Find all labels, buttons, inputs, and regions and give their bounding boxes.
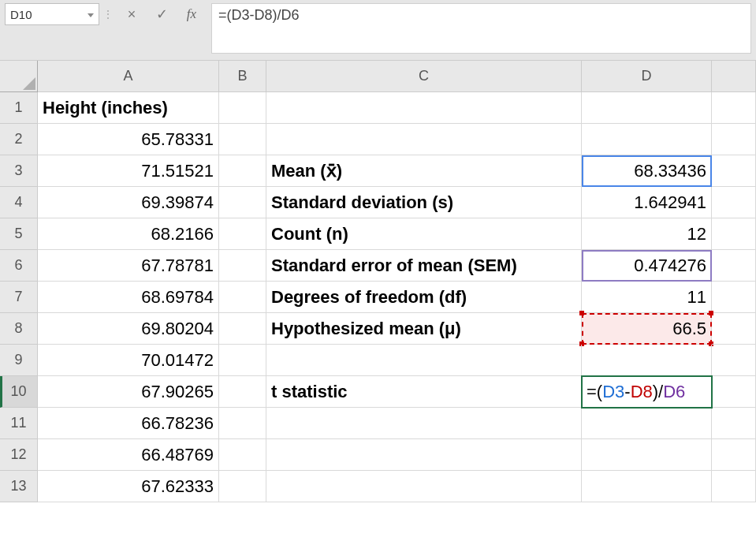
- cell-b7[interactable]: [219, 282, 266, 313]
- spreadsheet-grid: A B C D 1 Height (inches) 2 65.78331 3 7…: [0, 61, 756, 502]
- row-header[interactable]: 2: [0, 124, 38, 155]
- cell-d1[interactable]: [582, 92, 712, 124]
- cell-a9[interactable]: 70.01472: [38, 345, 219, 376]
- cancel-icon[interactable]: ×: [117, 3, 147, 25]
- cell-e10[interactable]: [712, 376, 756, 408]
- cell-a3[interactable]: 71.51521: [38, 155, 219, 187]
- row-header[interactable]: 11: [0, 408, 38, 439]
- cell-b4[interactable]: [219, 187, 266, 218]
- cell-a12[interactable]: 66.48769: [38, 439, 219, 471]
- cell-a2[interactable]: 65.78331: [38, 124, 219, 155]
- cell-c5[interactable]: Count (n): [266, 218, 582, 250]
- row-header[interactable]: 1: [0, 92, 38, 124]
- cell-c2[interactable]: [266, 124, 582, 155]
- formula-input: =(D3-D8)/D6: [218, 7, 744, 24]
- cell-a1[interactable]: Height (inches): [38, 92, 219, 124]
- cell-b1[interactable]: [219, 92, 266, 124]
- col-header-c[interactable]: C: [266, 61, 582, 92]
- col-header-a[interactable]: A: [38, 61, 219, 92]
- cell-d2[interactable]: [582, 124, 712, 155]
- cell-e11[interactable]: [712, 408, 756, 439]
- separator: ⋮: [99, 3, 117, 25]
- formula-bar: D10 ⋮ × ✓ fx =(D3-D8)/D6: [0, 0, 756, 61]
- formula-input-wrap[interactable]: =(D3-D8)/D6: [211, 3, 751, 54]
- fx-icon[interactable]: fx: [177, 3, 207, 25]
- cell-c9[interactable]: [266, 345, 582, 376]
- cell-b8[interactable]: [219, 313, 266, 345]
- cell-c11[interactable]: [266, 408, 582, 439]
- cell-c12[interactable]: [266, 439, 582, 471]
- cell-e1[interactable]: [712, 92, 756, 124]
- cell-d10[interactable]: =(D3-D8)/D6: [582, 376, 712, 408]
- row-header[interactable]: 5: [0, 218, 38, 250]
- row-header[interactable]: 9: [0, 345, 38, 376]
- cell-a7[interactable]: 68.69784: [38, 282, 219, 313]
- cell-d12[interactable]: [582, 439, 712, 471]
- cell-d13[interactable]: [582, 471, 712, 502]
- cell-a5[interactable]: 68.2166: [38, 218, 219, 250]
- row-header[interactable]: 13: [0, 471, 38, 502]
- cell-d6[interactable]: 0.474276: [582, 250, 712, 282]
- cell-c3[interactable]: Mean (x̄): [266, 155, 582, 187]
- cell-c6[interactable]: Standard error of mean (SEM): [266, 250, 582, 282]
- cell-e7[interactable]: [712, 282, 756, 313]
- cell-e13[interactable]: [712, 471, 756, 502]
- cell-a11[interactable]: 66.78236: [38, 408, 219, 439]
- name-box-value: D10: [10, 8, 32, 21]
- confirm-icon[interactable]: ✓: [147, 3, 177, 25]
- cell-b6[interactable]: [219, 250, 266, 282]
- cell-b11[interactable]: [219, 408, 266, 439]
- cell-c7[interactable]: Degrees of freedom (df): [266, 282, 582, 313]
- cell-e8[interactable]: [712, 313, 756, 345]
- cell-a13[interactable]: 67.62333: [38, 471, 219, 502]
- cell-b2[interactable]: [219, 124, 266, 155]
- cell-e2[interactable]: [712, 124, 756, 155]
- formula-buttons: × ✓ fx: [117, 3, 207, 25]
- cell-d10-formula: =(D3-D8)/D6: [587, 382, 685, 402]
- col-header-d[interactable]: D: [582, 61, 712, 92]
- row-header[interactable]: 4: [0, 187, 38, 218]
- cell-d8[interactable]: 66.5: [582, 313, 712, 345]
- cell-c1[interactable]: [266, 92, 582, 124]
- cell-a8[interactable]: 69.80204: [38, 313, 219, 345]
- cell-e3[interactable]: [712, 155, 756, 187]
- cell-e4[interactable]: [712, 187, 756, 218]
- cell-c8[interactable]: Hypothesized mean (μ): [266, 313, 582, 345]
- cell-d9[interactable]: [582, 345, 712, 376]
- cell-b5[interactable]: [219, 218, 266, 250]
- row-header[interactable]: 8: [0, 313, 38, 345]
- col-header-e[interactable]: [712, 61, 756, 92]
- cell-a6[interactable]: 67.78781: [38, 250, 219, 282]
- row-header[interactable]: 3: [0, 155, 38, 187]
- name-box[interactable]: D10: [5, 3, 99, 25]
- row-header[interactable]: 6: [0, 250, 38, 282]
- cell-a10[interactable]: 67.90265: [38, 376, 219, 408]
- cell-c13[interactable]: [266, 471, 582, 502]
- cell-b9[interactable]: [219, 345, 266, 376]
- row-header[interactable]: 7: [0, 282, 38, 313]
- cell-e9[interactable]: [712, 345, 756, 376]
- row-header[interactable]: 12: [0, 439, 38, 471]
- cell-b10[interactable]: [219, 376, 266, 408]
- select-all-corner[interactable]: [0, 61, 38, 92]
- cell-e5[interactable]: [712, 218, 756, 250]
- cell-b13[interactable]: [219, 471, 266, 502]
- cell-e6[interactable]: [712, 250, 756, 282]
- cell-e12[interactable]: [712, 439, 756, 471]
- cell-a4[interactable]: 69.39874: [38, 187, 219, 218]
- row-header[interactable]: 10: [0, 376, 38, 408]
- cell-d3[interactable]: 68.33436: [582, 155, 712, 187]
- cell-d7[interactable]: 11: [582, 282, 712, 313]
- cell-b3[interactable]: [219, 155, 266, 187]
- cell-b12[interactable]: [219, 439, 266, 471]
- cell-c4[interactable]: Standard deviation (s): [266, 187, 582, 218]
- cell-d11[interactable]: [582, 408, 712, 439]
- cell-d4[interactable]: 1.642941: [582, 187, 712, 218]
- col-header-b[interactable]: B: [219, 61, 266, 92]
- cell-d5[interactable]: 12: [582, 218, 712, 250]
- cell-c10[interactable]: t statistic: [266, 376, 582, 408]
